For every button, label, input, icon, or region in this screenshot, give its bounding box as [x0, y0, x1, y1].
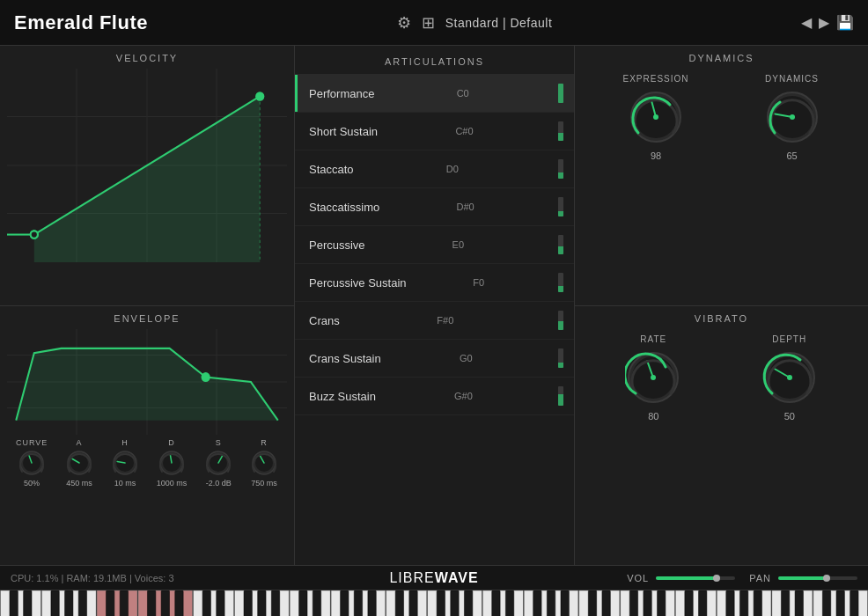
articulations-title: ARTICULATIONS — [295, 46, 574, 75]
articulation-bar-fill — [558, 211, 563, 216]
black-key[interactable] — [175, 590, 183, 616]
articulation-item[interactable]: Crans F#0 — [295, 302, 574, 340]
articulation-item[interactable]: Percussive Sustain F0 — [295, 264, 574, 302]
env-knob-group-h: H 10 ms — [111, 438, 139, 488]
rate-label: RATE — [640, 334, 666, 344]
articulation-item[interactable]: Buzz Sustain G#0 — [295, 378, 574, 415]
black-key[interactable] — [739, 590, 747, 616]
articulation-list[interactable]: Performance C0 Short Sustain C#0 Staccat… — [295, 75, 574, 565]
black-key[interactable] — [341, 590, 349, 616]
black-key[interactable] — [120, 590, 128, 616]
dynamics-title: DYNAMICS — [585, 53, 857, 63]
articulation-bar-fill — [558, 172, 563, 179]
articulation-item[interactable]: Performance C0 — [295, 75, 574, 113]
pan-slider[interactable] — [778, 576, 857, 580]
vol-slider[interactable] — [656, 576, 735, 580]
black-key[interactable] — [658, 590, 666, 616]
footer: CPU: 1.1% | RAM: 19.1MB | Voices: 3 LIBR… — [0, 565, 868, 590]
black-key[interactable] — [836, 590, 844, 616]
articulation-name: Crans — [309, 314, 340, 327]
black-key[interactable] — [65, 590, 73, 616]
black-key[interactable] — [698, 590, 706, 616]
articulation-item[interactable]: Short Sustain C#0 — [295, 113, 574, 150]
prev-preset-button[interactable]: ◀ — [801, 16, 812, 30]
black-key[interactable] — [271, 590, 279, 616]
articulation-item[interactable]: Staccatissimo D#0 — [295, 188, 574, 226]
black-key[interactable] — [561, 590, 569, 616]
articulation-item[interactable]: Crans Sustain G0 — [295, 340, 574, 378]
black-key[interactable] — [258, 590, 266, 616]
gear-icon[interactable]: ⚙ — [397, 13, 411, 33]
rate-knob[interactable] — [625, 349, 681, 406]
black-key[interactable] — [78, 590, 86, 616]
black-key[interactable] — [107, 590, 114, 616]
right-panel: DYNAMICS EXPRESSION — [575, 46, 868, 565]
articulation-bar — [558, 197, 563, 216]
black-key[interactable] — [147, 590, 155, 616]
articulation-key: F#0 — [437, 315, 453, 326]
black-key[interactable] — [299, 590, 307, 616]
env-knob-s[interactable] — [204, 449, 232, 477]
black-key[interactable] — [505, 590, 513, 616]
black-key[interactable] — [244, 590, 252, 616]
depth-knob[interactable] — [761, 349, 818, 406]
articulation-name: Staccato — [309, 163, 354, 176]
black-key[interactable] — [451, 590, 459, 616]
black-key[interactable] — [313, 590, 320, 616]
env-knob-d[interactable] — [158, 449, 186, 477]
black-key[interactable] — [51, 590, 59, 616]
main-area: VELOCITY — [0, 46, 868, 565]
env-knob-value: 10 ms — [114, 479, 136, 488]
black-key[interactable] — [492, 590, 500, 616]
black-key[interactable] — [547, 590, 555, 616]
envelope-canvas[interactable] — [7, 329, 287, 435]
grid-icon[interactable]: ⊞ — [422, 13, 435, 33]
articulation-item[interactable]: Staccato D0 — [295, 150, 574, 188]
black-key[interactable] — [588, 590, 596, 616]
env-knob-curve[interactable] — [18, 449, 46, 477]
black-key[interactable] — [602, 590, 610, 616]
black-key[interactable] — [354, 590, 362, 616]
env-knob-label: D — [168, 438, 175, 447]
black-key[interactable] — [533, 590, 541, 616]
black-key[interactable] — [822, 590, 830, 616]
env-knob-r[interactable] — [250, 449, 278, 477]
articulation-name: Short Sustain — [309, 125, 378, 138]
black-key[interactable] — [795, 590, 803, 616]
black-key[interactable] — [464, 590, 472, 616]
black-key[interactable] — [629, 590, 637, 616]
dynamics-knob[interactable] — [764, 89, 820, 145]
expression-knob[interactable] — [628, 89, 684, 145]
header: Emerald Flute ⚙ ⊞ Standard | Default ◀ ▶… — [0, 0, 868, 46]
articulation-item[interactable]: Percussive E0 — [295, 226, 574, 264]
articulation-bar — [558, 159, 563, 179]
piano-keyboard[interactable]: C-1C0C1C2C3C4C5C6C7 — [0, 590, 868, 616]
black-key[interactable] — [24, 590, 32, 616]
next-preset-button[interactable]: ▶ — [819, 16, 829, 30]
black-key[interactable] — [409, 590, 417, 616]
black-key[interactable] — [395, 590, 403, 616]
black-key[interactable] — [781, 590, 789, 616]
black-key[interactable] — [202, 590, 210, 616]
velocity-canvas[interactable] — [7, 69, 287, 262]
svg-point-41 — [651, 375, 656, 380]
env-knob-h[interactable] — [111, 449, 139, 477]
env-knob-label: CURVE — [16, 438, 48, 447]
articulation-bar — [558, 386, 563, 406]
svg-marker-19 — [16, 348, 277, 420]
black-key[interactable] — [850, 590, 858, 616]
black-key[interactable] — [644, 590, 651, 616]
black-key[interactable] — [10, 590, 18, 616]
black-key[interactable] — [685, 590, 693, 616]
env-knob-group-r: R 750 ms — [250, 438, 278, 488]
black-key[interactable] — [368, 590, 376, 616]
black-key[interactable] — [754, 590, 761, 616]
dynamics-knob-group: DYNAMICS 65 — [764, 74, 820, 161]
save-button[interactable]: 💾 — [836, 14, 854, 31]
black-key[interactable] — [726, 590, 734, 616]
black-key[interactable] — [161, 590, 169, 616]
black-key[interactable] — [437, 590, 445, 616]
voices-info: Voices: 3 — [135, 573, 174, 583]
env-knob-a[interactable] — [65, 449, 93, 477]
black-key[interactable] — [217, 590, 224, 616]
